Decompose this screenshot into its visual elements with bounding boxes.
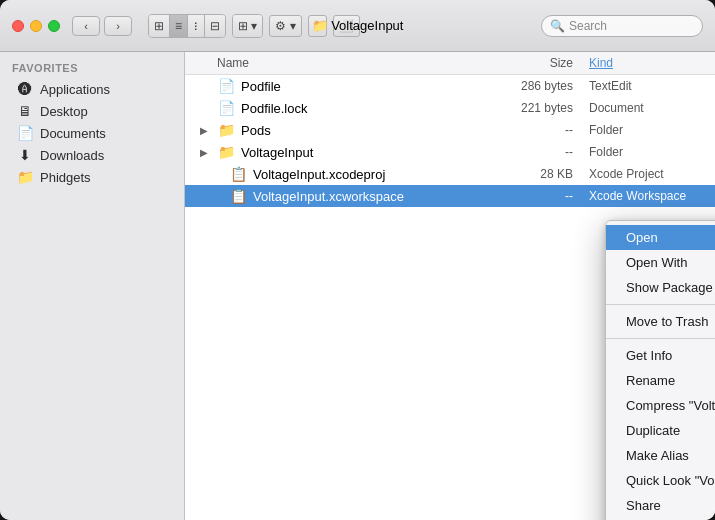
arrange-group: ⊞ ▾ [232, 14, 263, 38]
ctx-trash-label: Move to Trash [626, 314, 708, 329]
context-menu-open-with[interactable]: Open With ▶ [606, 250, 715, 275]
ctx-compress-label: Compress "VoltageInput.xcworkspace" [626, 398, 715, 413]
sidebar-item-label: Desktop [40, 104, 88, 119]
ctx-alias-label: Make Alias [626, 448, 689, 463]
window-title: VoltageInput [331, 18, 403, 33]
col-header-size[interactable]: Size [485, 56, 585, 70]
gallery-view-button[interactable]: ⊟ [205, 15, 225, 37]
context-menu-open[interactable]: Open [606, 225, 715, 250]
disclosure-triangle[interactable]: ▶ [197, 125, 211, 136]
sidebar-item-label: Phidgets [40, 170, 91, 185]
sidebar-item-applications[interactable]: 🅐 Applications [4, 78, 180, 100]
sidebar-item-phidgets[interactable]: 📁 Phidgets [4, 166, 180, 188]
file-name-cell: ▶ 📁 VoltageInput [185, 144, 485, 160]
context-menu-quick-look[interactable]: Quick Look "VoltageInput.xcworkspace" [606, 468, 715, 493]
sidebar: Favorites 🅐 Applications 🖥 Desktop 📄 Doc… [0, 52, 185, 520]
file-size: 286 bytes [485, 79, 585, 93]
maximize-button[interactable] [48, 20, 60, 32]
close-button[interactable] [12, 20, 24, 32]
file-name: Pods [241, 123, 271, 138]
list-view-button[interactable]: ≡ [170, 15, 188, 37]
sidebar-item-label: Documents [40, 126, 106, 141]
context-menu-rename[interactable]: Rename [606, 368, 715, 393]
file-size: -- [485, 123, 585, 137]
file-kind: Document [585, 101, 715, 115]
desktop-icon: 🖥 [16, 103, 34, 119]
sidebar-item-documents[interactable]: 📄 Documents [4, 122, 180, 144]
ctx-rename-label: Rename [626, 373, 675, 388]
arrange-button[interactable]: ⊞ ▾ [233, 15, 262, 37]
sidebar-item-label: Downloads [40, 148, 104, 163]
table-row[interactable]: ▶ 📁 Pods -- Folder [185, 119, 715, 141]
file-area: Name Size Kind 📄 Podfile 286 bytes TextE… [185, 52, 715, 520]
table-row[interactable]: 📄 Podfile.lock 221 bytes Document [185, 97, 715, 119]
context-menu-make-alias[interactable]: Make Alias [606, 443, 715, 468]
file-name-cell: 📄 Podfile [185, 78, 485, 94]
documents-icon: 📄 [16, 125, 34, 141]
file-kind: Xcode Project [585, 167, 715, 181]
folder-icon: 📁 [217, 144, 235, 160]
file-name: VoltageInput.xcodeproj [253, 167, 385, 182]
traffic-lights [12, 20, 60, 32]
icon-view-button[interactable]: ⊞ [149, 15, 170, 37]
context-menu-show-package[interactable]: Show Package Contents [606, 275, 715, 300]
back-button[interactable]: ‹ [72, 16, 100, 36]
ctx-open-with-label: Open With [626, 255, 687, 270]
ctx-share-label: Share [626, 498, 661, 513]
main-content: Favorites 🅐 Applications 🖥 Desktop 📄 Doc… [0, 52, 715, 520]
sidebar-section-label: Favorites [0, 60, 184, 78]
minimize-button[interactable] [30, 20, 42, 32]
file-name: Podfile [241, 79, 281, 94]
nav-buttons: ‹ › [72, 16, 132, 36]
file-size: -- [485, 145, 585, 159]
file-kind: Xcode Workspace [585, 189, 715, 203]
search-box[interactable]: 🔍 Search [541, 15, 703, 37]
table-row[interactable]: 📄 Podfile 286 bytes TextEdit [185, 75, 715, 97]
folder-icon: 📁 [217, 122, 235, 138]
file-kind: TextEdit [585, 79, 715, 93]
ctx-separator [606, 338, 715, 339]
action-button[interactable]: ⚙ ▾ [269, 15, 301, 37]
file-size: 221 bytes [485, 101, 585, 115]
forward-button[interactable]: › [104, 16, 132, 36]
file-size: -- [485, 189, 585, 203]
ctx-separator [606, 304, 715, 305]
sidebar-item-desktop[interactable]: 🖥 Desktop [4, 100, 180, 122]
col-header-kind[interactable]: Kind [585, 56, 715, 70]
ctx-open-label: Open [626, 230, 658, 245]
context-menu-share[interactable]: Share ▶ [606, 493, 715, 518]
col-header-name[interactable]: Name [185, 56, 485, 70]
xcworkspace-icon: 📋 [229, 188, 247, 204]
file-name: Podfile.lock [241, 101, 307, 116]
file-name: VoltageInput [241, 145, 313, 160]
sidebar-item-downloads[interactable]: ⬇ Downloads [4, 144, 180, 166]
context-menu-get-info[interactable]: Get Info [606, 343, 715, 368]
table-row[interactable]: 📋 VoltageInput.xcodeproj 28 KB Xcode Pro… [185, 163, 715, 185]
ctx-show-package-label: Show Package Contents [626, 280, 715, 295]
downloads-icon: ⬇ [16, 147, 34, 163]
file-kind: Folder [585, 123, 715, 137]
ctx-duplicate-label: Duplicate [626, 423, 680, 438]
context-menu-duplicate[interactable]: Duplicate [606, 418, 715, 443]
window-title-area: 📁 VoltageInput [312, 18, 404, 33]
disclosure-triangle[interactable]: ▶ [197, 147, 211, 158]
search-icon: 🔍 [550, 19, 565, 33]
toolbar-right: 🔍 Search [541, 15, 703, 37]
file-name-cell: 📄 Podfile.lock [185, 100, 485, 116]
titlebar: ‹ › ⊞ ≡ ⫶ ⊟ ⊞ ▾ ⚙ ▾ ↑ ⬜ 📁 VoltageInput 🔍… [0, 0, 715, 52]
table-row[interactable]: ▶ 📁 VoltageInput -- Folder [185, 141, 715, 163]
file-name-cell: ▶ 📁 Pods [185, 122, 485, 138]
table-row[interactable]: 📋 VoltageInput.xcworkspace -- Xcode Work… [185, 185, 715, 207]
file-name-cell: 📋 VoltageInput.xcodeproj [185, 166, 485, 182]
file-name-cell: 📋 VoltageInput.xcworkspace [185, 188, 485, 204]
column-view-button[interactable]: ⫶ [188, 15, 205, 37]
file-list-header: Name Size Kind [185, 52, 715, 75]
context-menu-move-trash[interactable]: Move to Trash [606, 309, 715, 334]
context-menu: Open Open With ▶ Show Package Contents M… [605, 220, 715, 520]
xcode-icon: 📋 [229, 166, 247, 182]
view-mode-group: ⊞ ≡ ⫶ ⊟ [148, 14, 226, 38]
context-menu-compress[interactable]: Compress "VoltageInput.xcworkspace" [606, 393, 715, 418]
file-icon: 📄 [217, 100, 235, 116]
ctx-info-label: Get Info [626, 348, 672, 363]
file-kind: Folder [585, 145, 715, 159]
